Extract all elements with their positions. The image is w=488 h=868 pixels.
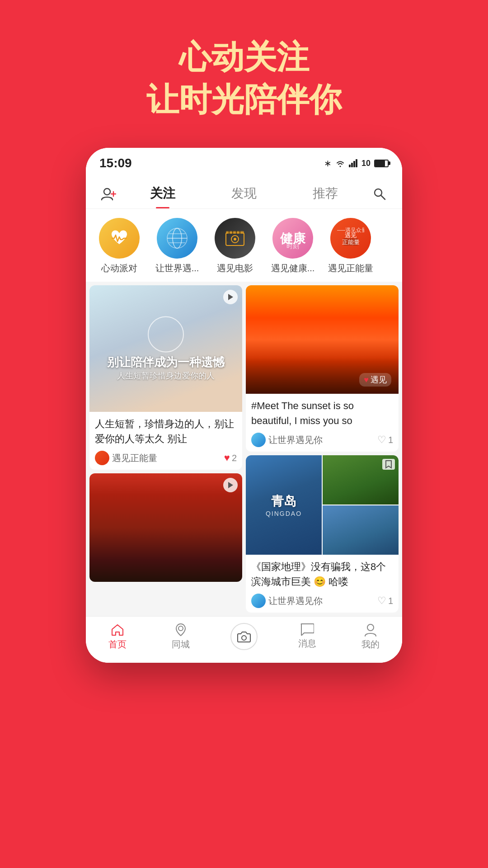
post-child-video[interactable]: 别让陪伴成为一种遗憾 人生短暂珍惜身边爱你的人 人生短暂，珍惜身边的人，别让爱你…	[89, 285, 242, 470]
post-child-title: 人生短暂，珍惜身边的人，别让爱你的人等太久 别让	[95, 416, 237, 446]
svg-rect-18	[229, 231, 230, 234]
overlay-main-text: 别让陪伴成为一种遗憾	[107, 354, 225, 370]
post-qingdao-image: 青岛 QINGDAO	[246, 455, 399, 555]
video-play-icon-reeds	[223, 478, 238, 492]
nav-home-label: 首页	[108, 638, 127, 651]
svg-point-4	[104, 189, 110, 195]
tab-follow[interactable]: 关注	[122, 179, 203, 208]
search-button[interactable]	[366, 187, 393, 201]
post-sunset[interactable]: ♥ 遇见 #Meet The sunset is so beautiful, I…	[246, 285, 399, 452]
story-item-world[interactable]: 让世界遇...	[148, 218, 206, 274]
post-child-overlay: 别让陪伴成为一种遗憾 人生短暂珍惜身边爱你的人	[107, 316, 225, 381]
author-avatar-world-2	[251, 594, 266, 608]
left-column: 别让陪伴成为一种遗憾 人生短暂珍惜身边爱你的人 人生短暂，珍惜身边的人，别让爱你…	[89, 285, 242, 613]
author-name-positive: 遇见正能量	[112, 452, 157, 464]
status-icons: ∗ 10	[324, 158, 389, 169]
svg-rect-20	[236, 231, 237, 234]
post-child-likes[interactable]: ♥ 2	[224, 452, 237, 464]
svg-rect-3	[356, 159, 357, 167]
post-qingdao-footer: 让世界遇见你 ♡ 1	[251, 594, 393, 608]
wifi-icon	[335, 159, 345, 167]
author-avatar-world-1	[251, 433, 266, 447]
post-reeds-image	[89, 473, 242, 582]
author-name-world-2: 让世界遇见你	[268, 595, 323, 607]
status-bar: 15:09 ∗	[86, 148, 402, 175]
post-qingdao-likes[interactable]: ♡ 1	[377, 595, 393, 607]
author-avatar-positive	[95, 451, 109, 465]
post-reeds[interactable]	[89, 473, 242, 582]
post-qingdao[interactable]: 青岛 QINGDAO	[246, 455, 399, 613]
svg-rect-2	[353, 161, 355, 167]
nav-messages-label: 消息	[298, 637, 316, 650]
story-circle-heartbeat	[99, 218, 140, 259]
nav-nearby-label: 同城	[172, 638, 190, 651]
story-label-health: 遇见健康...	[268, 262, 318, 274]
story-circle-positive: 遇见 正能量 ——遇见众量	[330, 218, 371, 259]
camera-button[interactable]	[230, 623, 258, 650]
nav-profile[interactable]: 我的	[339, 623, 402, 652]
status-time: 15:09	[99, 156, 132, 170]
post-child-author: 遇见正能量	[95, 451, 157, 465]
post-child-footer: 遇见正能量 ♥ 2	[95, 451, 237, 465]
post-qingdao-author: 让世界遇见你	[251, 594, 323, 608]
story-label-movie: 遇见电影	[210, 262, 260, 274]
svg-rect-21	[239, 231, 240, 234]
author-name-world-1: 让世界遇见你	[268, 434, 323, 446]
svg-rect-0	[349, 165, 351, 167]
post-qingdao-body: 《国家地理》没有骗我，这8个滨海城市巨美 😊 哈喽 让世界遇见你 ♡ 1	[246, 555, 399, 613]
post-sunset-image: ♥ 遇见	[246, 285, 399, 394]
tagline-line2: 让时光陪伴你	[146, 79, 342, 121]
nav-camera[interactable]	[212, 623, 276, 652]
tab-recommend[interactable]: 推荐	[285, 179, 366, 208]
svg-point-16	[234, 238, 236, 241]
content-grid: 别让陪伴成为一种遗憾 人生短暂珍惜身边爱你的人 人生短暂，珍惜身边的人，别让爱你…	[86, 282, 402, 616]
post-sunset-body: #Meet The sunset is so beautiful, I miss…	[246, 394, 399, 452]
post-child-image: 别让陪伴成为一种遗憾 人生短暂珍惜身边爱你的人	[89, 285, 242, 412]
tab-discover[interactable]: 发现	[203, 179, 285, 208]
follow-people-icon[interactable]	[95, 187, 122, 201]
story-item-health[interactable]: 健康 时刻 遇见健康...	[264, 218, 322, 274]
nav-messages[interactable]: 消息	[276, 623, 339, 652]
story-item-movie[interactable]: 遇见电影	[206, 218, 264, 274]
post-sunset-likes[interactable]: ♡ 1	[377, 434, 393, 446]
phone-mockup: 15:09 ∗	[86, 148, 402, 663]
svg-point-31	[242, 636, 246, 640]
story-item-heartbeat[interactable]: 心动派对	[90, 218, 148, 274]
nav-tabs: 关注 发现 推荐	[86, 175, 402, 209]
post-sunset-author: 让世界遇见你	[251, 433, 323, 447]
nav-nearby[interactable]: 同城	[149, 623, 212, 652]
svg-point-30	[178, 626, 183, 631]
post-sunset-title: #Meet The sunset is so beautiful, I miss…	[251, 398, 393, 428]
like-count-qingdao: 1	[388, 596, 393, 606]
story-item-positive[interactable]: 遇见 正能量 ——遇见众量 遇见正能量	[322, 218, 380, 274]
story-label-positive: 遇见正能量	[326, 262, 375, 274]
bottom-nav: 首页 同城	[86, 616, 402, 663]
like-heart-outline-icon: ♡	[377, 434, 386, 446]
bookmark-icon	[382, 459, 395, 470]
story-label-heartbeat: 心动派对	[94, 262, 144, 274]
story-row: 心动派对 让世界遇...	[86, 209, 402, 282]
right-column: ♥ 遇见 #Meet The sunset is so beautiful, I…	[246, 285, 399, 613]
overlay-circle	[148, 316, 184, 353]
svg-rect-19	[232, 231, 233, 234]
like-heart-icon: ♥	[224, 452, 230, 464]
story-circle-world	[157, 218, 197, 259]
tagline: 心动关注 让时光陪伴你	[146, 36, 342, 121]
svg-line-8	[381, 195, 385, 199]
like-count: 2	[232, 453, 237, 463]
overlay-sub-text: 人生短暂珍惜身边爱你的人	[107, 370, 225, 381]
post-qingdao-title: 《国家地理》没有骗我，这8个滨海城市巨美 😊 哈喽	[251, 559, 393, 589]
nav-home[interactable]: 首页	[86, 623, 149, 652]
like-heart-outline-icon-q: ♡	[377, 595, 386, 607]
qingdao-cn: 青岛	[266, 493, 302, 510]
battery-level: 10	[361, 159, 371, 168]
like-count-sunset: 1	[388, 435, 393, 445]
svg-point-32	[367, 624, 374, 631]
video-play-icon	[223, 290, 238, 304]
tagline-line1: 心动关注	[146, 36, 342, 79]
post-child-body: 人生短暂，珍惜身边的人，别让爱你的人等太久 别让 遇见正能量 ♥ 2	[89, 412, 242, 470]
story-circle-movie	[215, 218, 255, 259]
svg-marker-28	[228, 294, 233, 300]
story-label-world: 让世界遇...	[152, 262, 202, 274]
svg-text:正能量: 正能量	[342, 239, 360, 245]
